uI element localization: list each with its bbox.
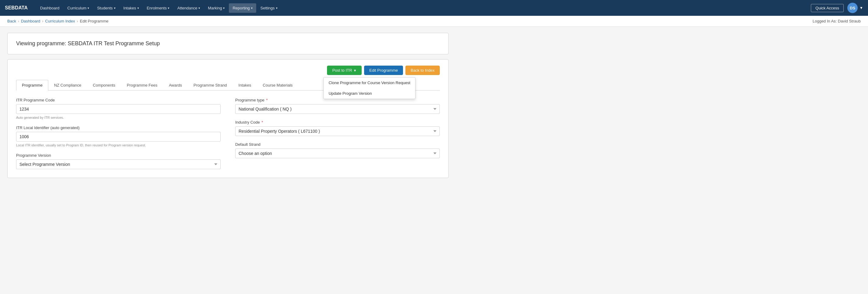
breadcrumb-current: Edit Programme: [80, 19, 108, 23]
breadcrumb-back[interactable]: Back: [7, 19, 16, 23]
default-strand-label: Default Strand: [235, 142, 440, 147]
dropdown-item-clone[interactable]: Clone Programme for Course Version Reque…: [324, 77, 415, 88]
programme-version-label: Programme Version: [16, 153, 221, 158]
breadcrumb-sep-1: ›: [18, 19, 19, 23]
programme-type-select-wrapper: National Qualification ( NQ ): [235, 104, 440, 114]
default-strand-group: Default Strand Choose an option: [235, 142, 440, 158]
breadcrumb-bar: Back › Dashboard › Curriculum Index › Ed…: [0, 16, 868, 27]
form-left-column: ITR Programme Code Auto generated by ITR…: [16, 98, 221, 169]
breadcrumb-sep-3: ›: [77, 19, 78, 23]
user-menu[interactable]: DS ▼: [847, 3, 863, 13]
programme-type-group: Programme type * National Qualification …: [235, 98, 440, 114]
default-strand-select-wrapper: Choose an option: [235, 149, 440, 158]
programme-version-select[interactable]: Select Programme Version: [16, 159, 221, 169]
breadcrumb-curriculum-index[interactable]: Curriculum Index: [45, 19, 75, 23]
main-content: Viewing programme: SEBDATA ITR Test Prog…: [0, 27, 456, 184]
form-card: Post to ITR ▼ Edit Programme Back to Ind…: [7, 59, 448, 178]
breadcrumb: Back › Dashboard › Curriculum Index › Ed…: [7, 19, 108, 23]
form-right-column: Programme type * National Qualification …: [235, 98, 440, 169]
chevron-down-icon: ▾: [198, 6, 200, 10]
nav-item-settings[interactable]: Settings ▾: [257, 3, 281, 13]
itr-programme-code-input[interactable]: [16, 104, 221, 114]
chevron-down-icon: ▼: [353, 69, 356, 72]
brand-logo: SEBDATA: [5, 5, 29, 11]
itr-local-id-group: ITR Local Identifier (auto generated) Lo…: [16, 125, 221, 147]
nav-items: Dashboard Curriculum ▾ Students ▾ Intake…: [36, 3, 811, 13]
dropdown-item-update-version[interactable]: Update Program Version: [324, 88, 415, 99]
chevron-down-icon: ▾: [137, 6, 139, 10]
quick-access-button[interactable]: Quick Access: [811, 4, 844, 12]
user-caret: ▼: [860, 6, 863, 10]
programme-version-select-wrapper: Select Programme Version: [16, 159, 221, 169]
chevron-down-icon: ▾: [223, 6, 225, 10]
industry-code-label: Industry Code *: [235, 120, 440, 125]
breadcrumb-sep-2: ›: [42, 19, 43, 23]
tab-programme-fees[interactable]: Programme Fees: [121, 80, 163, 90]
programme-version-group: Programme Version Select Programme Versi…: [16, 153, 221, 169]
nav-item-students[interactable]: Students ▾: [93, 3, 119, 13]
back-to-index-button[interactable]: Back to Index: [405, 66, 440, 75]
tab-intakes[interactable]: Intakes: [233, 80, 257, 90]
itr-programme-code-hint: Auto generated by ITR services.: [16, 116, 221, 119]
nav-item-dashboard[interactable]: Dashboard: [36, 3, 63, 13]
required-indicator: *: [266, 98, 268, 102]
industry-code-group: Industry Code * Residential Property Ope…: [235, 120, 440, 136]
post-to-itr-button[interactable]: Post to ITR ▼: [327, 66, 362, 75]
chevron-down-icon: ▾: [88, 6, 89, 10]
itr-local-id-label: ITR Local Identifier (auto generated): [16, 125, 221, 130]
industry-code-select[interactable]: Residential Property Operators ( L671100…: [235, 126, 440, 136]
programme-type-select[interactable]: National Qualification ( NQ ): [235, 104, 440, 114]
nav-item-marking[interactable]: Marking ▾: [204, 3, 228, 13]
tab-programme-strand[interactable]: Programme Strand: [188, 80, 233, 90]
viewing-title: Viewing programme: SEBDATA ITR Test Prog…: [16, 40, 440, 47]
viewing-header-card: Viewing programme: SEBDATA ITR Test Prog…: [7, 33, 448, 54]
tab-course-materials[interactable]: Course Materials: [257, 80, 299, 90]
chevron-down-icon: ▾: [251, 6, 253, 10]
itr-programme-code-group: ITR Programme Code Auto generated by ITR…: [16, 98, 221, 119]
nav-item-attendance[interactable]: Attendance ▾: [174, 3, 204, 13]
tab-components[interactable]: Components: [87, 80, 121, 90]
tab-awards[interactable]: Awards: [163, 80, 188, 90]
top-navigation: SEBDATA Dashboard Curriculum ▾ Students …: [0, 0, 868, 16]
action-buttons: Post to ITR ▼ Edit Programme Back to Ind…: [16, 66, 440, 75]
default-strand-select[interactable]: Choose an option: [235, 149, 440, 158]
nav-item-enrolments[interactable]: Enrolments ▾: [143, 3, 173, 13]
tab-nz-compliance[interactable]: NZ Compliance: [48, 80, 87, 90]
itr-programme-code-label: ITR Programme Code: [16, 98, 221, 102]
chevron-down-icon: ▾: [168, 6, 169, 10]
itr-local-id-hint: Local ITR identifier, usually set to Pro…: [16, 143, 221, 147]
form-grid: ITR Programme Code Auto generated by ITR…: [16, 98, 440, 169]
avatar: DS: [847, 3, 858, 13]
nav-item-intakes[interactable]: Intakes ▾: [120, 3, 143, 13]
chevron-down-icon: ▾: [276, 6, 277, 10]
nav-item-curriculum[interactable]: Curriculum ▾: [64, 3, 93, 13]
itr-local-id-input[interactable]: [16, 132, 221, 141]
tab-programme[interactable]: Programme: [16, 80, 48, 91]
nav-item-reporting[interactable]: Reporting ▾: [229, 3, 256, 13]
chevron-down-icon: ▾: [114, 6, 116, 10]
edit-programme-button[interactable]: Edit Programme: [364, 66, 403, 75]
breadcrumb-dashboard[interactable]: Dashboard: [21, 19, 40, 23]
logged-in-status: Logged In As: David Straub: [813, 19, 861, 23]
post-to-itr-dropdown: Clone Programme for Course Version Reque…: [323, 77, 415, 99]
required-indicator: *: [262, 120, 263, 125]
industry-code-select-wrapper: Residential Property Operators ( L671100…: [235, 126, 440, 136]
nav-right: Quick Access DS ▼: [811, 3, 863, 13]
